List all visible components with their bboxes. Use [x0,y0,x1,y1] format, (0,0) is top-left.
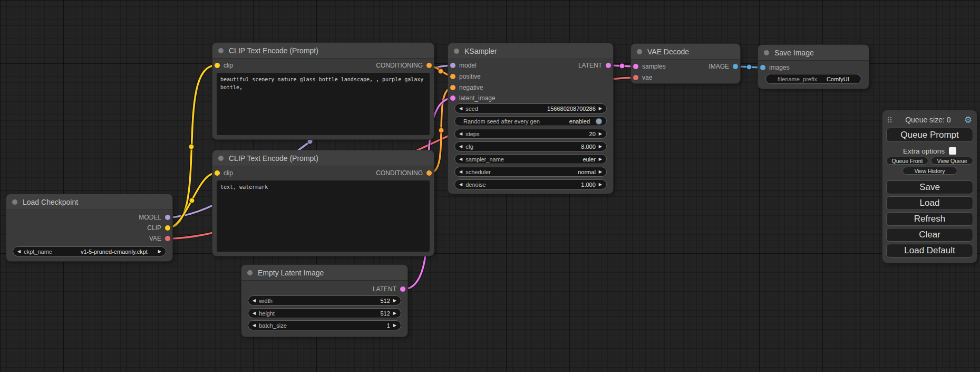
scheduler-widget[interactable]: ◀ scheduler normal ▶ [454,167,607,177]
vae-slot-dot[interactable] [165,236,170,241]
node-title-bar[interactable]: KSampler [448,43,613,59]
latent-slot-dot[interactable] [400,287,405,292]
widget-increment-arrow[interactable]: ▶ [599,183,602,187]
gear-icon[interactable]: ⚙ [964,116,972,125]
clear-button[interactable]: Clear [886,228,973,242]
widget-decrement-arrow[interactable]: ◀ [459,183,462,187]
refresh-button[interactable]: Refresh [886,212,973,226]
node-collapse-dot[interactable] [637,49,642,54]
widget-increment-arrow[interactable]: ▶ [393,299,396,303]
queue-menu-panel[interactable]: Queue size: 0 ⚙ Queue Prompt Extra optio… [882,110,977,263]
node-ksampler[interactable]: KSampler model positive negative latent_… [448,43,613,194]
output-slot-conditioning[interactable]: CONDITIONING [376,61,432,70]
node-collapse-dot[interactable] [218,48,224,53]
widget-increment-arrow[interactable]: ▶ [158,250,161,254]
output-slot-clip[interactable]: CLIP [147,224,170,232]
output-slot-latent[interactable]: LATENT [373,285,405,293]
seed-widget[interactable]: ◀ seed 156680208700286 ▶ [454,103,607,113]
input-slot-clip[interactable]: clip [215,61,233,70]
output-slot-latent[interactable]: LATENT [578,61,611,70]
node-vae-decode[interactable]: VAE Decode samples vae IMAGE [631,44,740,83]
node-clip-text-encode-negative[interactable]: CLIP Text Encode (Prompt) clip CONDITION… [212,150,434,256]
comfyui-canvas[interactable]: { "app_title": "ComfyUI workflow graph",… [0,0,980,372]
node-title-bar[interactable]: Save Image [758,45,869,61]
widget-increment-arrow[interactable]: ▶ [599,145,602,149]
node-clip-text-encode-positive[interactable]: CLIP Text Encode (Prompt) clip CONDITION… [212,43,434,139]
output-slot-conditioning[interactable]: CONDITIONING [376,169,432,177]
node-title-bar[interactable]: CLIP Text Encode (Prompt) [212,43,434,59]
model-slot-dot[interactable] [165,215,170,220]
output-slot-model[interactable]: MODEL [139,213,170,222]
node-collapse-dot[interactable] [247,270,253,275]
widget-decrement-arrow[interactable]: ◀ [459,107,462,111]
conditioning-slot-dot[interactable] [426,170,432,176]
view-queue-button[interactable]: View Queue [931,157,973,165]
conditioning-slot-dot[interactable] [426,63,432,68]
node-load-checkpoint[interactable]: Load Checkpoint MODEL CLIP VAE ◀ ckpt_na… [6,194,172,261]
input-slot-model[interactable]: model [450,61,477,70]
vae-slot-dot[interactable] [633,75,638,80]
input-slot-vae[interactable]: vae [633,73,652,82]
cfg-widget[interactable]: ◀ cfg 8.000 ▶ [454,141,607,151]
widget-increment-arrow[interactable]: ▶ [599,107,602,111]
save-button[interactable]: Save [886,180,973,194]
latent-slot-dot[interactable] [606,63,611,68]
random-seed-toggle-widget[interactable]: Random seed after every gen enabled [454,116,607,126]
node-title-bar[interactable]: Load Checkpoint [6,194,172,210]
sampler-name-widget[interactable]: ◀ sampler_name euler ▶ [454,154,607,164]
clip-slot-dot[interactable] [165,225,170,231]
filename-prefix-widget[interactable]: filename_prefix ComfyUI [765,74,861,84]
widget-decrement-arrow[interactable]: ◀ [459,157,462,161]
widget-increment-arrow[interactable]: ▶ [393,323,396,328]
output-slot-image[interactable]: IMAGE [709,62,738,71]
node-title-bar[interactable]: Empty Latent Image [241,265,407,281]
widget-decrement-arrow[interactable]: ◀ [459,145,462,149]
latent-slot-dot[interactable] [450,96,455,101]
node-collapse-dot[interactable] [454,49,459,54]
conditioning-slot-dot[interactable] [450,85,455,90]
widget-increment-arrow[interactable]: ▶ [599,132,602,136]
widget-decrement-arrow[interactable]: ◀ [253,311,256,316]
widget-increment-arrow[interactable]: ▶ [599,170,602,174]
prompt-text-widget[interactable]: beautiful scenery nature glass bottle la… [217,73,430,135]
steps-widget[interactable]: ◀ steps 20 ▶ [454,129,607,139]
node-collapse-dot[interactable] [218,156,224,161]
height-widget[interactable]: ◀ height 512 ▶ [248,308,401,318]
widget-decrement-arrow[interactable]: ◀ [459,170,462,174]
node-empty-latent-image[interactable]: Empty Latent Image LATENT ◀ width 512 ▶ … [241,265,407,337]
input-slot-clip[interactable]: clip [215,169,233,177]
prompt-text-widget[interactable]: text, watermark [217,180,430,252]
widget-increment-arrow[interactable]: ▶ [599,157,602,161]
clip-slot-dot[interactable] [215,170,220,176]
image-slot-dot[interactable] [733,64,738,69]
input-slot-positive[interactable]: positive [450,72,481,81]
extra-options-checkbox[interactable] [949,147,956,155]
view-history-button[interactable]: View History [903,167,957,175]
image-slot-dot[interactable] [760,65,765,70]
widget-decrement-arrow[interactable]: ◀ [253,299,256,303]
batch-size-widget[interactable]: ◀ batch_size 1 ▶ [248,320,401,330]
panel-drag-handle-icon[interactable] [887,116,892,123]
toggle-on-icon[interactable] [596,118,602,125]
load-button[interactable]: Load [886,196,973,210]
output-slot-vae[interactable]: VAE [149,234,170,243]
load-default-button[interactable]: Load Default [886,244,973,257]
widget-increment-arrow[interactable]: ▶ [393,311,396,316]
widget-decrement-arrow[interactable]: ◀ [459,132,462,136]
node-collapse-dot[interactable] [12,199,17,205]
conditioning-slot-dot[interactable] [450,74,455,79]
widget-decrement-arrow[interactable]: ◀ [253,323,256,328]
clip-slot-dot[interactable] [215,63,220,68]
input-slot-images[interactable]: images [760,63,790,72]
ckpt-name-widget[interactable]: ◀ ckpt_name v1-5-pruned-emaonly.ckpt ▶ [13,246,166,256]
queue-prompt-button[interactable]: Queue Prompt [886,128,973,142]
model-slot-dot[interactable] [450,63,455,68]
latent-slot-dot[interactable] [633,64,638,69]
input-slot-negative[interactable]: negative [450,83,483,92]
input-slot-latent-image[interactable]: latent_image [450,94,496,102]
widget-decrement-arrow[interactable]: ◀ [17,250,21,254]
width-widget[interactable]: ◀ width 512 ▶ [248,295,401,306]
denoise-widget[interactable]: ◀ denoise 1.000 ▶ [454,179,607,189]
queue-front-button[interactable]: Queue Front [886,157,928,165]
node-collapse-dot[interactable] [764,50,769,55]
